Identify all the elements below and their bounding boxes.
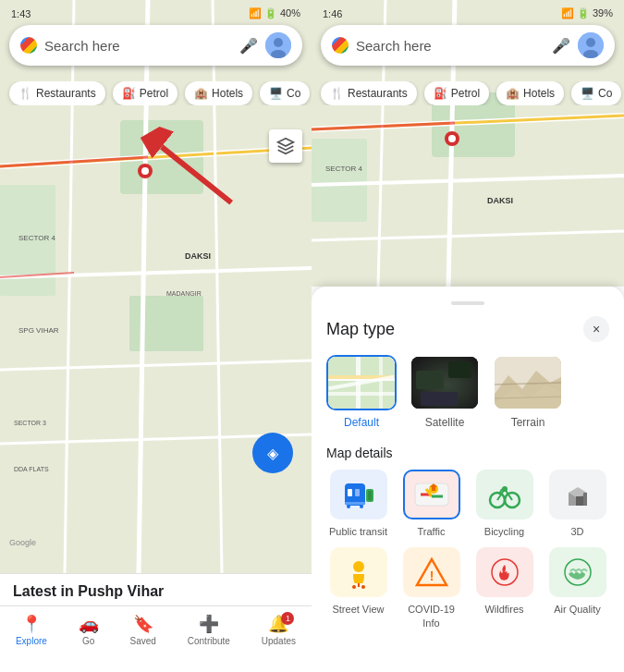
updates-badge: 1 bbox=[281, 612, 294, 625]
right-panel: SECTOR 4 DAKSI 1:46 📶 🔋 39% Search here … bbox=[312, 0, 624, 672]
covid-label: COVID-19 Info bbox=[399, 603, 463, 629]
svg-point-85 bbox=[361, 585, 365, 589]
co-icon-left: 🖥️ bbox=[269, 87, 283, 100]
cat-petrol-right[interactable]: ⛽ Petrol bbox=[424, 81, 489, 105]
right-search-bar[interactable]: Search here 🎤 bbox=[321, 25, 615, 66]
left-status-icons: 📶 🔋 40% bbox=[249, 7, 300, 19]
nav-saved[interactable]: 🔖 Saved bbox=[123, 612, 164, 648]
updates-badge-container: 🔔 1 bbox=[268, 614, 288, 634]
svg-text:◈: ◈ bbox=[267, 446, 279, 461]
nav-updates[interactable]: 🔔 1 Updates bbox=[254, 612, 303, 648]
right-top-bar: 1:46 📶 🔋 39% Search here 🎤 bbox=[312, 0, 624, 66]
svg-point-22 bbox=[141, 167, 149, 175]
nav-saved-label: Saved bbox=[130, 636, 156, 646]
map-type-default[interactable]: Default bbox=[326, 355, 397, 429]
map-layers-button[interactable] bbox=[269, 129, 302, 163]
left-search-text: Search here bbox=[44, 38, 232, 54]
terrain-thumb bbox=[493, 355, 563, 410]
traffic-thumb bbox=[403, 470, 460, 519]
cat-hotels-left[interactable]: 🏨 Hotels bbox=[185, 81, 252, 105]
svg-text:SECTOR 4: SECTOR 4 bbox=[18, 234, 55, 242]
svg-text:MADANGIR: MADANGIR bbox=[166, 290, 202, 297]
svg-rect-52 bbox=[328, 375, 397, 379]
map-type-row: Default bbox=[326, 355, 609, 429]
wildfires-label: Wildfires bbox=[484, 603, 523, 616]
svg-rect-50 bbox=[356, 357, 361, 410]
svg-rect-68 bbox=[368, 491, 372, 500]
svg-point-26 bbox=[274, 38, 283, 47]
svg-point-43 bbox=[448, 135, 456, 142]
cat-restaurants-right[interactable]: 🍴 Restaurants bbox=[321, 81, 417, 105]
terrain-thumb-bg bbox=[495, 357, 561, 409]
petrol-icon-right: ⛽ bbox=[434, 87, 447, 100]
default-thumb bbox=[326, 355, 397, 410]
svg-rect-81 bbox=[576, 496, 583, 506]
default-label: Default bbox=[344, 416, 379, 429]
contribute-icon: ➕ bbox=[199, 614, 219, 634]
streetview-thumb bbox=[330, 547, 387, 597]
left-mic-icon[interactable]: 🎤 bbox=[239, 37, 258, 55]
detail-wildfires[interactable]: Wildfires bbox=[472, 547, 536, 629]
nav-explore[interactable]: 📍 Explore bbox=[8, 612, 55, 648]
left-map-panel: SECTOR 4 SPG VIHAR DAKSI MADANGIR SECTOR… bbox=[0, 0, 312, 672]
nav-contribute-label: Contribute bbox=[188, 636, 230, 646]
right-map-preview: SECTOR 4 DAKSI 1:46 📶 🔋 39% Search here … bbox=[312, 0, 624, 287]
nav-go-label: Go bbox=[82, 636, 94, 646]
cat-co-right[interactable]: 🖥️ Co bbox=[571, 81, 621, 105]
cat-co-left[interactable]: 🖥️ Co bbox=[260, 81, 310, 105]
latest-label: Latest in Pushp Vihar bbox=[0, 574, 312, 605]
map-type-satellite[interactable]: Satellite bbox=[410, 355, 480, 429]
detail-bicycling[interactable]: Bicycling bbox=[472, 470, 536, 538]
svg-rect-64 bbox=[345, 502, 365, 505]
detail-covid[interactable]: ! COVID-19 Info bbox=[399, 547, 463, 629]
detail-traffic[interactable]: Traffic bbox=[399, 470, 463, 538]
map-details-grid: Public transit Traffic bbox=[326, 470, 609, 629]
detail-3d[interactable]: 3D bbox=[545, 470, 609, 538]
svg-text:!: ! bbox=[429, 568, 434, 583]
saved-icon: 🔖 bbox=[133, 614, 153, 634]
detail-transit[interactable]: Public transit bbox=[326, 470, 390, 538]
nav-go[interactable]: 🚗 Go bbox=[71, 612, 106, 648]
restaurants-icon-right: 🍴 bbox=[330, 87, 344, 100]
3d-label: 3D bbox=[570, 525, 583, 538]
svg-point-84 bbox=[352, 585, 356, 589]
airquality-thumb bbox=[549, 547, 606, 597]
petrol-icon-left: ⛽ bbox=[122, 87, 136, 100]
wildfires-thumb bbox=[476, 547, 533, 597]
svg-rect-32 bbox=[312, 139, 367, 222]
left-search-bar[interactable]: Search here 🎤 bbox=[9, 25, 302, 66]
cat-petrol-left[interactable]: ⛽ Petrol bbox=[113, 81, 177, 105]
svg-text:Google: Google bbox=[9, 538, 36, 547]
restaurants-icon-left: 🍴 bbox=[18, 87, 32, 100]
default-thumb-bg bbox=[328, 357, 395, 409]
right-mic-icon[interactable]: 🎤 bbox=[552, 37, 570, 55]
left-avatar[interactable] bbox=[265, 32, 291, 58]
bicycling-thumb bbox=[476, 470, 533, 519]
left-category-bar: 🍴 Restaurants ⛽ Petrol 🏨 Hotels 🖥️ Co bbox=[0, 81, 312, 105]
map-type-terrain[interactable]: Terrain bbox=[493, 355, 563, 429]
svg-text:DAKSI: DAKSI bbox=[185, 251, 211, 261]
bottom-nav: 📍 Explore 🚗 Go 🔖 Saved ➕ Contribute 🔔 1 bbox=[0, 605, 312, 654]
close-sheet-button[interactable]: × bbox=[583, 316, 609, 342]
right-avatar[interactable] bbox=[578, 32, 604, 58]
right-category-bar: 🍴 Restaurants ⛽ Petrol 🏨 Hotels 🖥️ Co bbox=[312, 81, 624, 105]
nav-contribute[interactable]: ➕ Contribute bbox=[180, 612, 238, 648]
right-search-text: Search here bbox=[356, 38, 544, 54]
cat-restaurants-left[interactable]: 🍴 Restaurants bbox=[9, 81, 105, 105]
google-logo-left bbox=[20, 37, 37, 54]
left-top-bar: 1:43 📶 🔋 40% Search here 🎤 bbox=[0, 0, 312, 66]
svg-rect-63 bbox=[355, 489, 360, 496]
google-logo-right bbox=[332, 37, 349, 54]
traffic-label: Traffic bbox=[418, 525, 446, 538]
satellite-thumb bbox=[410, 355, 480, 410]
svg-point-66 bbox=[360, 505, 363, 508]
detail-airquality[interactable]: Air Quality bbox=[545, 547, 609, 629]
cat-hotels-right[interactable]: 🏨 Hotels bbox=[496, 81, 564, 105]
svg-point-65 bbox=[347, 505, 350, 508]
svg-point-45 bbox=[586, 38, 595, 47]
sheet-title: Map type bbox=[326, 320, 395, 339]
svg-point-89 bbox=[565, 559, 591, 585]
detail-streetview[interactable]: Street View bbox=[326, 547, 390, 629]
sheet-header: Map type × bbox=[326, 316, 609, 342]
nav-explore-label: Explore bbox=[16, 636, 47, 646]
